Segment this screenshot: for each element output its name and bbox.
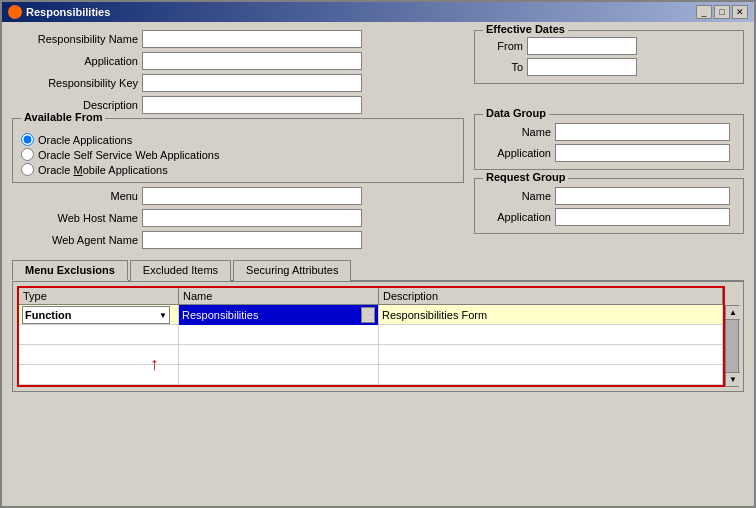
tab-content: Type Name Description Function ▼ bbox=[12, 282, 744, 392]
application-label: Application bbox=[12, 55, 142, 67]
responsibility-name-label: Responsibility Name bbox=[12, 33, 142, 45]
main-window: Responsibilities _ □ ✕ Responsibility Na… bbox=[0, 0, 756, 508]
oracle-applications-row: Oracle Applications bbox=[21, 133, 455, 146]
available-from-title: Available From bbox=[21, 111, 105, 123]
name-cell-4 bbox=[179, 365, 379, 385]
window-title: Responsibilities bbox=[26, 6, 110, 18]
request-group-name-label: Name bbox=[481, 190, 551, 202]
web-agent-label: Web Agent Name bbox=[12, 234, 142, 246]
maximize-button[interactable]: □ bbox=[714, 5, 730, 19]
to-row: To bbox=[483, 58, 735, 76]
table-row[interactable] bbox=[19, 365, 723, 385]
data-group: Data Group Name Standard Application Sys… bbox=[474, 114, 744, 170]
name-cell-3 bbox=[179, 345, 379, 365]
oracle-self-service-radio[interactable] bbox=[21, 148, 34, 161]
data-group-application-row: Application System Administration bbox=[481, 144, 737, 162]
description-cell-2 bbox=[379, 325, 723, 345]
description-column-header: Description bbox=[379, 288, 723, 304]
name-column-header: Name bbox=[179, 288, 379, 304]
request-group-title: Request Group bbox=[483, 171, 568, 183]
request-group-name-row: Name System Administrator Reports bbox=[481, 187, 737, 205]
oracle-mobile-row: Oracle Mobile Applications bbox=[21, 163, 455, 176]
tab-menu-exclusions[interactable]: Menu Exclusions bbox=[12, 260, 128, 281]
oracle-self-service-row: Oracle Self Service Web Applications bbox=[21, 148, 455, 161]
description-cell-4 bbox=[379, 365, 723, 385]
application-input[interactable]: Custom Development bbox=[142, 52, 362, 70]
to-label: To bbox=[483, 61, 523, 73]
tab-excluded-items[interactable]: Excluded Items bbox=[130, 260, 231, 281]
dropdown-arrow-icon: ▼ bbox=[159, 311, 167, 320]
browse-button[interactable]: ... bbox=[361, 307, 375, 323]
responsibility-key-row: Responsibility Key ERPSCHOOLS_ACCESS_RES… bbox=[12, 74, 464, 92]
oracle-applications-radio[interactable] bbox=[21, 133, 34, 146]
title-bar-left: Responsibilities bbox=[8, 5, 110, 19]
title-controls[interactable]: _ □ ✕ bbox=[696, 5, 748, 19]
oracle-self-service-label: Oracle Self Service Web Applications bbox=[38, 149, 219, 161]
scroll-down-button[interactable]: ▼ bbox=[726, 372, 740, 386]
arrow-indicator: ↑ bbox=[150, 354, 159, 375]
tab-securing-attributes[interactable]: Securing Attributes bbox=[233, 260, 351, 281]
request-group-application-input[interactable]: Application Object Library bbox=[555, 208, 730, 226]
web-agent-input[interactable] bbox=[142, 231, 362, 249]
type-dropdown-1[interactable]: Function ▼ bbox=[22, 306, 170, 324]
data-group-title: Data Group bbox=[483, 107, 549, 119]
data-group-name-input[interactable]: Standard bbox=[555, 123, 730, 141]
name-cell-container: Responsibilities ... bbox=[182, 307, 375, 323]
form-content: Responsibility Name erpSchools Access Re… bbox=[2, 22, 754, 400]
description-cell-3 bbox=[379, 345, 723, 365]
title-bar: Responsibilities _ □ ✕ bbox=[2, 2, 754, 22]
upper-section: Responsibility Name erpSchools Access Re… bbox=[12, 30, 744, 253]
request-group-application-row: Application Application Object Library bbox=[481, 208, 737, 226]
tab-bar: Menu Exclusions Excluded Items Securing … bbox=[12, 259, 744, 282]
type-dropdown-value-1: Function bbox=[25, 309, 71, 321]
effective-dates-group: Effective Dates From 14-APR-2014 To bbox=[474, 30, 744, 84]
description-label: Description bbox=[12, 99, 142, 111]
oracle-mobile-label: Oracle Mobile Applications bbox=[38, 164, 168, 176]
table-row[interactable] bbox=[19, 325, 723, 345]
scroll-up-button[interactable]: ▲ bbox=[726, 306, 740, 320]
from-label: From bbox=[483, 40, 523, 52]
data-group-name-row: Name Standard bbox=[481, 123, 737, 141]
web-host-input[interactable] bbox=[142, 209, 362, 227]
name-value-1: Responsibilities bbox=[182, 309, 360, 321]
description-input[interactable]: Custom responsibility bbox=[142, 96, 362, 114]
menu-label: Menu bbox=[12, 190, 142, 202]
table-row[interactable]: Function ▼ Responsibilities ... Responsi… bbox=[19, 305, 723, 325]
tabs-section: Menu Exclusions Excluded Items Securing … bbox=[12, 259, 744, 392]
name-cell-1: Responsibilities ... bbox=[179, 305, 379, 325]
name-cell-2 bbox=[179, 325, 379, 345]
request-group: Request Group Name System Administrator … bbox=[474, 178, 744, 234]
available-from-group: Available From Oracle Applications Oracl… bbox=[12, 118, 464, 183]
from-input[interactable]: 14-APR-2014 bbox=[527, 37, 637, 55]
menu-exclusions-table: Type Name Description Function ▼ bbox=[17, 286, 725, 387]
responsibility-name-input[interactable]: erpSchools Access Resp bbox=[142, 30, 362, 48]
application-row: Application Custom Development bbox=[12, 52, 464, 70]
type-cell-2 bbox=[19, 325, 179, 345]
minimize-button[interactable]: _ bbox=[696, 5, 712, 19]
responsibility-name-row: Responsibility Name erpSchools Access Re… bbox=[12, 30, 464, 48]
request-group-name-input[interactable]: System Administrator Reports bbox=[555, 187, 730, 205]
to-input[interactable] bbox=[527, 58, 637, 76]
close-button[interactable]: ✕ bbox=[732, 5, 748, 19]
scroll-track bbox=[726, 320, 738, 372]
table-row[interactable] bbox=[19, 345, 723, 365]
type-column-header: Type bbox=[19, 288, 179, 304]
web-host-label: Web Host Name bbox=[12, 212, 142, 224]
type-cell-1: Function ▼ bbox=[19, 305, 179, 325]
right-section: Effective Dates From 14-APR-2014 To Data… bbox=[474, 30, 744, 253]
responsibility-key-label: Responsibility Key bbox=[12, 77, 142, 89]
window-icon bbox=[8, 5, 22, 19]
table-scrollbar[interactable]: ▲ ▼ bbox=[725, 305, 739, 387]
oracle-mobile-radio[interactable] bbox=[21, 163, 34, 176]
data-group-application-label: Application bbox=[481, 147, 551, 159]
data-group-application-input[interactable]: System Administration bbox=[555, 144, 730, 162]
menu-input[interactable]: erpSchools Access Menu bbox=[142, 187, 362, 205]
web-host-row: Web Host Name bbox=[12, 209, 464, 227]
responsibility-key-input[interactable]: ERPSCHOOLS_ACCESS_RESP bbox=[142, 74, 362, 92]
from-row: From 14-APR-2014 bbox=[483, 37, 735, 55]
menu-row: Menu erpSchools Access Menu bbox=[12, 187, 464, 205]
left-section: Responsibility Name erpSchools Access Re… bbox=[12, 30, 464, 253]
request-group-application-label: Application bbox=[481, 211, 551, 223]
oracle-applications-label: Oracle Applications bbox=[38, 134, 132, 146]
type-dropdown-2[interactable] bbox=[22, 326, 170, 344]
